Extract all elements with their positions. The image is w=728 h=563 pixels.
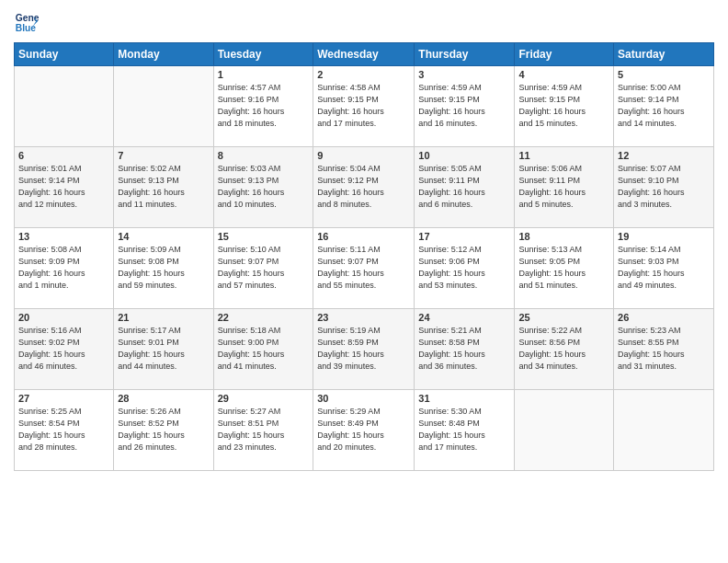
day-number: 19 [618, 231, 710, 242]
day-info: Sunrise: 5:26 AM Sunset: 8:52 PM Dayligh… [118, 406, 209, 454]
calendar-cell: 14Sunrise: 5:09 AM Sunset: 9:08 PM Dayli… [114, 228, 213, 309]
day-info: Sunrise: 4:59 AM Sunset: 9:15 PM Dayligh… [518, 82, 609, 130]
day-info: Sunrise: 4:57 AM Sunset: 9:16 PM Dayligh… [218, 82, 310, 130]
weekday-saturday: Saturday [614, 43, 714, 66]
day-number: 7 [118, 150, 209, 161]
day-info: Sunrise: 5:00 AM Sunset: 9:14 PM Dayligh… [618, 82, 710, 130]
calendar-cell: 9Sunrise: 5:04 AM Sunset: 9:12 PM Daylig… [313, 147, 415, 228]
logo: General Blue [14, 9, 42, 35]
day-info: Sunrise: 4:59 AM Sunset: 9:15 PM Dayligh… [418, 82, 510, 130]
day-number: 12 [618, 150, 710, 161]
day-info: Sunrise: 5:27 AM Sunset: 8:51 PM Dayligh… [218, 406, 310, 454]
day-info: Sunrise: 5:16 AM Sunset: 9:02 PM Dayligh… [18, 325, 109, 373]
calendar-cell: 27Sunrise: 5:25 AM Sunset: 8:54 PM Dayli… [15, 390, 114, 471]
calendar-cell: 11Sunrise: 5:06 AM Sunset: 9:11 PM Dayli… [515, 147, 614, 228]
day-number: 8 [218, 150, 310, 161]
day-number: 3 [418, 69, 510, 80]
day-info: Sunrise: 5:29 AM Sunset: 8:49 PM Dayligh… [317, 406, 410, 454]
calendar-cell: 15Sunrise: 5:10 AM Sunset: 9:07 PM Dayli… [213, 228, 313, 309]
day-number: 5 [618, 69, 710, 80]
calendar-row-2: 6Sunrise: 5:01 AM Sunset: 9:14 PM Daylig… [15, 147, 714, 228]
calendar-cell: 23Sunrise: 5:19 AM Sunset: 8:59 PM Dayli… [313, 309, 415, 390]
calendar-cell: 16Sunrise: 5:11 AM Sunset: 9:07 PM Dayli… [313, 228, 415, 309]
calendar-cell: 5Sunrise: 5:00 AM Sunset: 9:14 PM Daylig… [614, 66, 714, 147]
calendar-cell: 8Sunrise: 5:03 AM Sunset: 9:13 PM Daylig… [213, 147, 313, 228]
day-number: 17 [418, 231, 510, 242]
day-number: 11 [518, 150, 609, 161]
logo-icon: General Blue [14, 9, 40, 35]
day-number: 22 [218, 312, 310, 323]
day-info: Sunrise: 5:12 AM Sunset: 9:06 PM Dayligh… [418, 244, 510, 292]
day-number: 6 [18, 150, 109, 161]
calendar-cell: 26Sunrise: 5:23 AM Sunset: 8:55 PM Dayli… [614, 309, 714, 390]
day-info: Sunrise: 5:07 AM Sunset: 9:10 PM Dayligh… [618, 163, 710, 211]
calendar-cell [114, 66, 213, 147]
day-number: 28 [118, 393, 209, 404]
day-number: 29 [218, 393, 310, 404]
day-info: Sunrise: 5:02 AM Sunset: 9:13 PM Dayligh… [118, 163, 209, 211]
calendar-row-4: 20Sunrise: 5:16 AM Sunset: 9:02 PM Dayli… [15, 309, 714, 390]
calendar-row-1: 1Sunrise: 4:57 AM Sunset: 9:16 PM Daylig… [15, 66, 714, 147]
day-number: 30 [317, 393, 410, 404]
page: General Blue SundayMondayTuesdayWednesda… [0, 0, 728, 563]
day-info: Sunrise: 5:03 AM Sunset: 9:13 PM Dayligh… [218, 163, 310, 211]
calendar-cell: 3Sunrise: 4:59 AM Sunset: 9:15 PM Daylig… [415, 66, 515, 147]
day-number: 15 [218, 231, 310, 242]
day-number: 16 [317, 231, 410, 242]
day-info: Sunrise: 5:10 AM Sunset: 9:07 PM Dayligh… [218, 244, 310, 292]
calendar-cell: 29Sunrise: 5:27 AM Sunset: 8:51 PM Dayli… [213, 390, 313, 471]
weekday-friday: Friday [515, 43, 614, 66]
calendar-cell: 6Sunrise: 5:01 AM Sunset: 9:14 PM Daylig… [15, 147, 114, 228]
day-number: 31 [418, 393, 510, 404]
day-info: Sunrise: 5:01 AM Sunset: 9:14 PM Dayligh… [18, 163, 109, 211]
day-info: Sunrise: 5:11 AM Sunset: 9:07 PM Dayligh… [317, 244, 410, 292]
day-info: Sunrise: 5:22 AM Sunset: 8:56 PM Dayligh… [518, 325, 609, 373]
day-number: 10 [418, 150, 510, 161]
weekday-header-row: SundayMondayTuesdayWednesdayThursdayFrid… [15, 43, 714, 66]
day-info: Sunrise: 5:06 AM Sunset: 9:11 PM Dayligh… [518, 163, 609, 211]
weekday-tuesday: Tuesday [213, 43, 313, 66]
calendar-cell: 21Sunrise: 5:17 AM Sunset: 9:01 PM Dayli… [114, 309, 213, 390]
day-info: Sunrise: 4:58 AM Sunset: 9:15 PM Dayligh… [317, 82, 410, 130]
day-number: 25 [518, 312, 609, 323]
day-info: Sunrise: 5:05 AM Sunset: 9:11 PM Dayligh… [418, 163, 510, 211]
calendar-cell: 13Sunrise: 5:08 AM Sunset: 9:09 PM Dayli… [15, 228, 114, 309]
calendar-cell: 1Sunrise: 4:57 AM Sunset: 9:16 PM Daylig… [213, 66, 313, 147]
day-info: Sunrise: 5:17 AM Sunset: 9:01 PM Dayligh… [118, 325, 209, 373]
day-info: Sunrise: 5:23 AM Sunset: 8:55 PM Dayligh… [618, 325, 710, 373]
calendar-cell: 24Sunrise: 5:21 AM Sunset: 8:58 PM Dayli… [415, 309, 515, 390]
day-info: Sunrise: 5:13 AM Sunset: 9:05 PM Dayligh… [518, 244, 609, 292]
day-info: Sunrise: 5:18 AM Sunset: 9:00 PM Dayligh… [218, 325, 310, 373]
day-number: 13 [18, 231, 109, 242]
calendar-cell: 7Sunrise: 5:02 AM Sunset: 9:13 PM Daylig… [114, 147, 213, 228]
calendar-cell: 25Sunrise: 5:22 AM Sunset: 8:56 PM Dayli… [515, 309, 614, 390]
weekday-thursday: Thursday [415, 43, 515, 66]
day-info: Sunrise: 5:30 AM Sunset: 8:48 PM Dayligh… [418, 406, 510, 454]
day-number: 4 [518, 69, 609, 80]
calendar-cell: 4Sunrise: 4:59 AM Sunset: 9:15 PM Daylig… [515, 66, 614, 147]
day-info: Sunrise: 5:25 AM Sunset: 8:54 PM Dayligh… [18, 406, 109, 454]
day-number: 23 [317, 312, 410, 323]
calendar-cell: 28Sunrise: 5:26 AM Sunset: 8:52 PM Dayli… [114, 390, 213, 471]
svg-text:Blue: Blue [16, 23, 37, 33]
calendar-cell: 20Sunrise: 5:16 AM Sunset: 9:02 PM Dayli… [15, 309, 114, 390]
day-info: Sunrise: 5:09 AM Sunset: 9:08 PM Dayligh… [118, 244, 209, 292]
weekday-monday: Monday [114, 43, 213, 66]
day-number: 2 [317, 69, 410, 80]
calendar-cell: 10Sunrise: 5:05 AM Sunset: 9:11 PM Dayli… [415, 147, 515, 228]
day-info: Sunrise: 5:08 AM Sunset: 9:09 PM Dayligh… [18, 244, 109, 292]
day-number: 9 [317, 150, 410, 161]
calendar-cell [15, 66, 114, 147]
calendar-cell [515, 390, 614, 471]
calendar-table: SundayMondayTuesdayWednesdayThursdayFrid… [14, 42, 714, 471]
calendar-cell: 31Sunrise: 5:30 AM Sunset: 8:48 PM Dayli… [415, 390, 515, 471]
day-info: Sunrise: 5:04 AM Sunset: 9:12 PM Dayligh… [317, 163, 410, 211]
day-number: 14 [118, 231, 209, 242]
day-number: 21 [118, 312, 209, 323]
calendar-cell: 22Sunrise: 5:18 AM Sunset: 9:00 PM Dayli… [213, 309, 313, 390]
day-number: 26 [618, 312, 710, 323]
day-number: 24 [418, 312, 510, 323]
day-number: 27 [18, 393, 109, 404]
calendar-cell: 18Sunrise: 5:13 AM Sunset: 9:05 PM Dayli… [515, 228, 614, 309]
day-number: 1 [218, 69, 310, 80]
